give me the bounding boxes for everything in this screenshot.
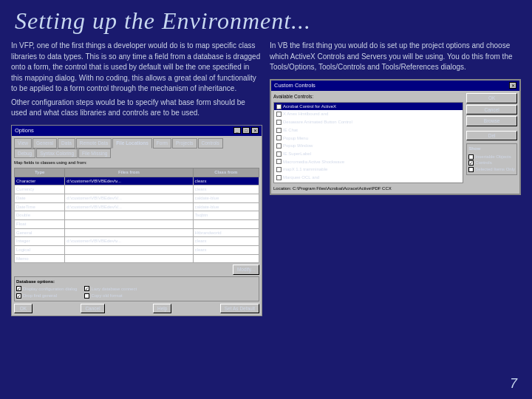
- cc-list-item: Marquee OCL and: [274, 174, 463, 182]
- cb-dropfind: [16, 293, 21, 299]
- options-title-buttons: _ □ ✕: [233, 127, 259, 134]
- cc-item-label: IE SuperLabel: [283, 151, 311, 157]
- cc-location-row: Location: C:\Program Files\Acrobat\Acrac…: [273, 185, 463, 192]
- tab-general: General: [33, 138, 57, 148]
- tab-data: Data: [58, 138, 75, 148]
- cc-item-label: mapX 1.1 tramminable: [283, 166, 327, 173]
- cc-list-item: IE SuperLabel: [274, 150, 463, 158]
- cell-files: [65, 246, 193, 255]
- cc-item-label: Popup Menu: [283, 135, 308, 142]
- title-bar: Setting up the Environment...: [0, 0, 532, 41]
- cc-right: OK Cancel Browse Del Show Insertable Obj…: [466, 93, 517, 191]
- cc-item-checkbox: [276, 135, 282, 140]
- show-options-list: Insertable ObjectsControlsSelected Items…: [468, 154, 515, 173]
- options-titlebar: Options _ □ ✕: [12, 126, 262, 137]
- cc-browse-button[interactable]: Browse: [466, 116, 517, 126]
- tab-file-locations: File Locations: [112, 138, 152, 148]
- available-controls-label: Available Controls:: [273, 93, 463, 100]
- cell-type: Float: [15, 220, 65, 229]
- options-window: Options _ □ ✕ View General Data Remote D…: [11, 125, 262, 317]
- cb-col1: Display configuration dialog Drop find g…: [16, 286, 77, 299]
- show-option-label: Selected Items Only: [475, 166, 515, 173]
- options-tabs: View General Data Remote Data File Locat…: [14, 138, 259, 148]
- cb-config-label: Display configuration dialog: [23, 286, 77, 293]
- cell-class: Htbrandwortd: [193, 228, 259, 237]
- checkbox-group: Display configuration dialog Drop find g…: [16, 286, 257, 299]
- cb-lazy-label: Lazy database connect: [91, 286, 137, 293]
- subtab-syntax: Syntax Coloring: [36, 149, 78, 158]
- show-option-checkbox: [468, 167, 474, 172]
- cell-type: General: [15, 228, 65, 237]
- cc-ok-button[interactable]: OK: [466, 93, 517, 103]
- cell-type: DateTime: [15, 202, 65, 211]
- cell-files: d:\customer\VB\VBEdev\v...: [65, 237, 193, 246]
- cell-type: Double: [15, 211, 65, 220]
- cb-lazy: [84, 286, 89, 291]
- cell-type: Memo: [15, 254, 65, 263]
- cell-type: Integer: [15, 237, 65, 246]
- left-panel: In VFP, one of the first things a develo…: [11, 41, 262, 395]
- cc-controls-list: Acrobat Control for ActiveXX Anex Hmtlbo…: [273, 102, 463, 183]
- cc-titlebar: Custom Controls ✕: [271, 81, 519, 92]
- col-files: Files from: [65, 168, 193, 177]
- tab-form: Form: [153, 138, 171, 148]
- cc-body: Available Controls: Acrobat Control for …: [271, 91, 519, 194]
- cc-item-label: Media/Xchtsco Image/Xite Control: [283, 183, 350, 183]
- cc-del-button[interactable]: Del: [466, 131, 517, 140]
- cell-files: [65, 185, 193, 194]
- table-row: Integerd:\customer\VB\VBEdev\v...clearx: [15, 237, 259, 246]
- show-box: Show Insertable ObjectsControlsSelected …: [466, 143, 517, 175]
- cc-list-item: X Anex Hmtlbound and: [274, 110, 463, 118]
- database-options-section: Database options: Display configuration …: [14, 276, 259, 301]
- table-row: GeneralHtbrandwortd: [15, 228, 259, 237]
- left-paragraph2: Other configuration steps would be to sp…: [11, 98, 262, 119]
- cell-files: d:\customer\VB\VBEdev\V...: [65, 202, 193, 211]
- cc-item-label: Macromedia Active Shockwave: [283, 159, 344, 166]
- cell-type: Logical: [15, 246, 65, 255]
- cell-class: caldate-blue: [193, 194, 259, 202]
- show-option-checkbox: [468, 154, 474, 160]
- cell-files: d:\customer\VB\VBEdev\V...: [65, 194, 193, 202]
- modify-btn-row: Modify...: [14, 265, 259, 274]
- col-class: Class from: [193, 168, 259, 177]
- cell-files: [65, 220, 193, 229]
- subtab-debug: Debug: [14, 149, 35, 158]
- cc-item-label: Desaware Animated Button Control: [283, 119, 352, 126]
- table-row: Logicalclearx: [15, 246, 259, 255]
- table-row: DateTimed:\customer\VB\VBEdev\V...caldat…: [15, 202, 259, 211]
- cc-list-item: Popup Window: [274, 142, 463, 150]
- cc-left: Available Controls: Acrobat Control for …: [273, 93, 463, 191]
- cc-list-item: IE Chat: [274, 126, 463, 134]
- help-button[interactable]: Help: [153, 304, 171, 313]
- default-button[interactable]: Set As Default: [220, 304, 259, 313]
- show-option-row: Selected Items Only: [468, 166, 515, 173]
- tab-projects: Projects: [172, 138, 197, 148]
- cc-list-item: Macromedia Active Shockwave: [274, 158, 463, 166]
- cc-item-checkbox: [276, 104, 282, 109]
- cb-row-3: Lazy database connect: [84, 286, 137, 293]
- table-row: Dated:\customer\VB\VBEdev\V...caldate-bl…: [15, 194, 259, 202]
- tab-view: View: [14, 138, 32, 148]
- ok-button[interactable]: OK: [14, 304, 33, 313]
- cc-list-item: Media/Xchtsco Image/Xite Control: [274, 182, 463, 183]
- right-paragraph1: In VB the first thing you would do is se…: [270, 41, 521, 73]
- cc-title: Custom Controls: [274, 82, 316, 90]
- cell-class: Tsqbtn: [193, 211, 259, 220]
- options-body: View General Data Remote Data File Locat…: [12, 136, 262, 316]
- cancel-button[interactable]: Cancel: [81, 304, 104, 313]
- show-label: Show: [468, 146, 515, 152]
- cc-cancel-button[interactable]: Cancel: [466, 105, 517, 115]
- cb-row-4: Copy old format: [84, 293, 137, 299]
- options-minimize-btn: _: [233, 127, 241, 134]
- modify-button[interactable]: Modify...: [233, 265, 259, 274]
- page-number: 7: [510, 376, 517, 392]
- table-row: Characterd:\customer\VB\VBEdev\v...clear…: [15, 177, 259, 185]
- cc-item-checkbox: [276, 128, 282, 133]
- cc-item-checkbox: [276, 120, 282, 125]
- cc-item-label: X Anex Hmtlbound and: [283, 111, 328, 117]
- options-close-btn: ✕: [251, 127, 259, 134]
- cb-row-2: Drop find general: [16, 293, 77, 299]
- tab-remote-data: Remote Data: [76, 138, 112, 148]
- left-paragraph1: In VFP, one of the first things a develo…: [11, 41, 262, 95]
- cc-item-label: Popup Window: [283, 143, 313, 149]
